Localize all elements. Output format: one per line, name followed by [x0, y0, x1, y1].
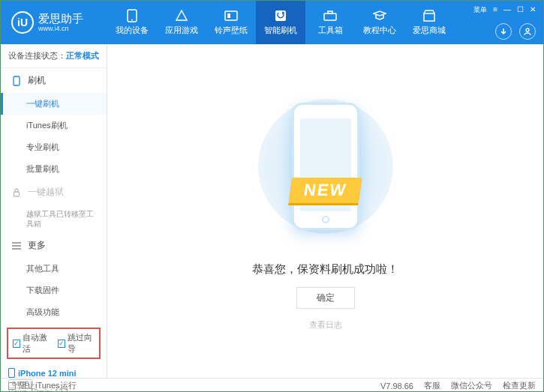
svg-rect-6: [328, 11, 332, 13]
sidebar-item-itunes-flash[interactable]: iTunes刷机: [1, 115, 107, 136]
view-log-link[interactable]: 查看日志: [309, 319, 342, 331]
svg-rect-3: [227, 13, 230, 18]
device-icon: [125, 9, 140, 22]
checkmark-icon: ✓: [58, 340, 65, 348]
minimize-button[interactable]: —: [503, 5, 511, 15]
titlebar-separator: ≡: [493, 5, 497, 15]
svg-rect-2: [225, 11, 237, 20]
flash-options-box: ✓自动激活 ✓跳过向导: [7, 328, 101, 359]
sidebar-item-advanced[interactable]: 高级功能: [1, 301, 107, 323]
sidebar-item-download-fw[interactable]: 下载固件: [1, 280, 107, 301]
sidebar-item-batch-flash[interactable]: 批量刷机: [1, 158, 107, 180]
jailbreak-note: 越狱工具已转移至工具箱: [1, 205, 107, 233]
connection-status: 设备连接状态：正常模式: [1, 44, 107, 68]
svg-rect-5: [324, 13, 336, 20]
toolbox-icon: [323, 9, 338, 22]
wallpaper-icon: [224, 9, 239, 22]
lock-icon: [11, 188, 22, 197]
checkbox-empty-icon: [8, 382, 16, 390]
checkbox-block-itunes[interactable]: 阻止iTunes运行: [8, 380, 77, 391]
nav-ringtones[interactable]: 铃声壁纸: [206, 1, 256, 44]
logo-area: iU 爱思助手 www.i4.cn: [1, 11, 107, 34]
checkbox-auto-activate[interactable]: ✓自动激活: [13, 332, 50, 355]
titlebar-controls: 菜单 ≡ — ☐ ✕: [473, 5, 536, 15]
checkmark-icon: ✓: [13, 340, 20, 348]
hamburger-icon: [11, 242, 22, 250]
nav-toolbox[interactable]: 工具箱: [305, 1, 355, 44]
svg-point-1: [131, 19, 133, 21]
app-header: iU 爱思助手 www.i4.cn 我的设备 应用游戏 铃声壁纸 智能刷机 工具…: [1, 1, 543, 44]
nav-flash[interactable]: 智能刷机: [256, 1, 305, 44]
apps-icon: [174, 9, 189, 22]
success-message: 恭喜您，保资料刷机成功啦！: [252, 262, 398, 277]
app-logo-icon: iU: [11, 11, 34, 34]
sidebar: 设备连接状态：正常模式 刷机 一键刷机 iTunes刷机 专业刷机 批量刷机 一…: [1, 44, 107, 378]
check-update-link[interactable]: 检查更新: [503, 380, 536, 391]
main-nav: 我的设备 应用游戏 铃声壁纸 智能刷机 工具箱 教程中心 爱思商城: [107, 1, 454, 44]
nav-tutorials[interactable]: 教程中心: [355, 1, 404, 44]
app-site: www.i4.cn: [38, 25, 83, 32]
new-banner: NEW: [288, 178, 362, 203]
sidebar-more-header[interactable]: 更多: [1, 233, 107, 258]
support-link[interactable]: 客服: [424, 380, 440, 391]
titlebar-menu[interactable]: 菜单: [473, 5, 487, 15]
device-small-icon: [11, 76, 22, 86]
nav-store[interactable]: 爱思商城: [404, 1, 454, 44]
wechat-link[interactable]: 微信公众号: [451, 380, 492, 391]
sidebar-item-pro-flash[interactable]: 专业刷机: [1, 136, 107, 158]
nav-apps[interactable]: 应用游戏: [157, 1, 206, 44]
version-label: V7.98.66: [380, 382, 413, 391]
sidebar-flash-header[interactable]: 刷机: [1, 68, 107, 93]
user-button[interactable]: [519, 23, 536, 40]
nav-my-device[interactable]: 我的设备: [107, 1, 157, 44]
svg-rect-14: [9, 369, 15, 378]
maximize-button[interactable]: ☐: [517, 5, 524, 15]
sidebar-item-other-tools[interactable]: 其他工具: [1, 258, 107, 280]
success-illustration: NEW: [269, 91, 382, 241]
download-button[interactable]: [495, 23, 512, 40]
phone-icon: [8, 368, 15, 378]
tutorial-icon: [372, 9, 387, 22]
flash-icon: [273, 9, 288, 22]
checkbox-skip-guide[interactable]: ✓跳过向导: [58, 332, 95, 355]
sidebar-jailbreak-header[interactable]: 一键越狱: [1, 180, 107, 205]
ok-button[interactable]: 确定: [296, 287, 355, 309]
sidebar-item-oneclick-flash[interactable]: 一键刷机: [1, 93, 107, 115]
app-name: 爱思助手: [38, 13, 83, 25]
svg-rect-9: [14, 76, 20, 85]
svg-point-8: [526, 28, 529, 31]
svg-rect-7: [424, 13, 434, 21]
close-button[interactable]: ✕: [530, 5, 536, 15]
svg-rect-10: [14, 192, 20, 196]
store-icon: [422, 9, 437, 22]
svg-rect-4: [275, 10, 286, 21]
main-content: NEW 恭喜您，保资料刷机成功啦！ 确定 查看日志: [107, 44, 543, 378]
